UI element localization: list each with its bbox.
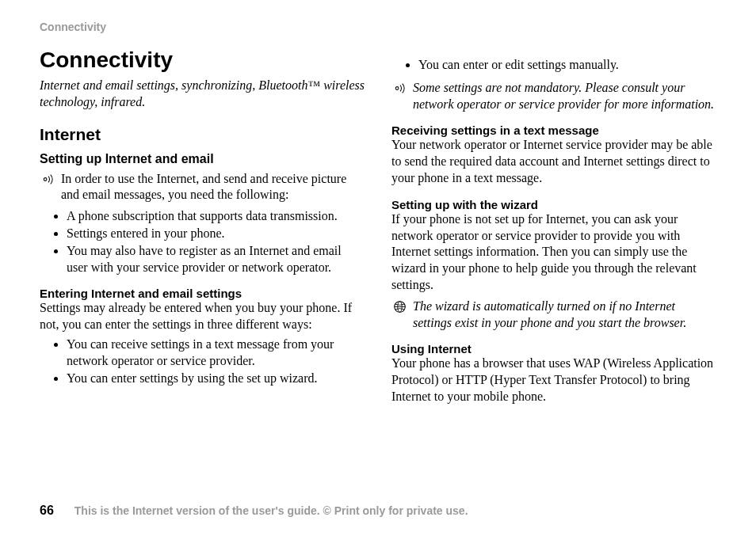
signal-icon (40, 171, 55, 186)
page-content: Connectivity Connectivity Internet and e… (0, 0, 756, 407)
signal-icon (391, 80, 407, 95)
list-item: You may also have to register as an Inte… (67, 243, 365, 276)
setting-up-wizard-body: If your phone is not set up for Internet… (391, 211, 716, 294)
list-item: You can enter or edit settings manually. (418, 57, 716, 74)
section-entering-settings: Entering Internet and email settings Set… (40, 287, 365, 386)
entering-settings-body: Settings may already be entered when you… (40, 300, 365, 333)
using-internet-body: Your phone has a browser that uses WAP (… (391, 355, 716, 405)
note-wizard-auto-text: The wizard is automatically turned on if… (413, 298, 716, 332)
page-title: Connectivity (40, 48, 365, 73)
right-column: You can enter or edit settings manually.… (391, 48, 716, 407)
note-not-mandatory: Some settings are not mandatory. Please … (391, 80, 716, 113)
heading-setup-internet-email: Setting up Internet and email (40, 152, 365, 166)
subtitle: Internet and email settings, synchronizi… (40, 78, 365, 111)
note-wizard-auto: The wizard is automatically turned on if… (391, 298, 716, 332)
heading-setting-up-wizard: Setting up with the wizard (391, 198, 716, 211)
heading-receiving-settings: Receiving settings in a text message (391, 124, 716, 137)
receiving-settings-body: Your network operator or Internet servic… (391, 137, 716, 186)
globe-icon (391, 298, 407, 314)
running-header: Connectivity (40, 21, 716, 33)
intro-text: In order to use the Internet, and send a… (61, 171, 365, 204)
footer-text: This is the Internet version of the user… (74, 504, 468, 517)
section-heading-internet: Internet (40, 125, 365, 144)
left-column: Connectivity Internet and email settings… (40, 48, 365, 407)
requirements-list: A phone subscription that supports data … (40, 208, 365, 276)
footer: 66 This is the Internet version of the u… (0, 504, 756, 518)
heading-using-internet: Using Internet (391, 342, 716, 355)
columns: Connectivity Internet and email settings… (40, 48, 716, 407)
entering-settings-list: You can receive settings in a text messa… (40, 336, 365, 386)
entering-settings-list-continued: You can enter or edit settings manually. (391, 57, 716, 74)
list-item: You can enter settings by using the set … (67, 371, 365, 387)
list-item: You can receive settings in a text messa… (67, 336, 365, 370)
intro-note: In order to use the Internet, and send a… (40, 171, 365, 204)
page-number: 66 (40, 504, 54, 518)
section-setup-internet-email: Setting up Internet and email In order t… (40, 152, 365, 276)
note-not-mandatory-text: Some settings are not mandatory. Please … (413, 80, 716, 113)
svg-point-1 (395, 86, 399, 89)
svg-point-0 (44, 177, 47, 181)
list-item: A phone subscription that supports data … (67, 208, 365, 225)
list-item: Settings entered in your phone. (67, 226, 365, 242)
heading-entering-settings: Entering Internet and email settings (40, 287, 365, 300)
